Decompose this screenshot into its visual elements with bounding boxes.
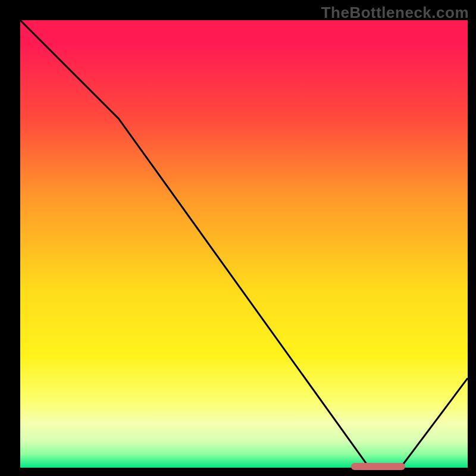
chart-frame: TheBottleneck.com xyxy=(0,0,476,476)
plot-area xyxy=(20,20,468,468)
bottleneck-curve xyxy=(20,20,468,468)
optimal-range-marker xyxy=(351,463,405,470)
curve-path xyxy=(20,20,468,468)
watermark-text: TheBottleneck.com xyxy=(321,4,469,22)
